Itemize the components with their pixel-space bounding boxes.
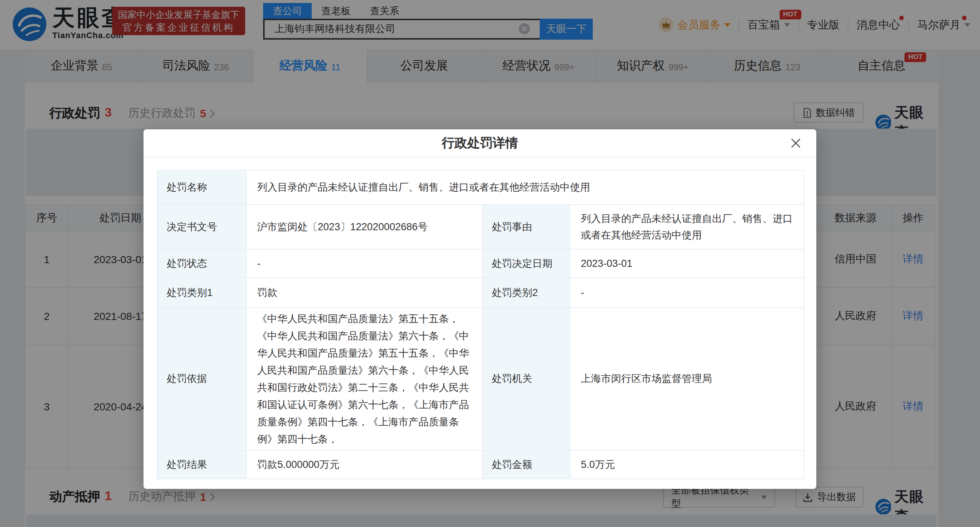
field-label: 处罚状态: [158, 250, 247, 278]
field-value: 《中华人民共和国产品质量法》第五十五条，《中华人民共和国产品质量法》第六十条，《…: [247, 308, 483, 451]
field-label: 处罚决定日期: [483, 250, 570, 278]
field-label: 处罚类别2: [483, 278, 570, 308]
field-value: -: [570, 278, 804, 308]
field-label: 处罚金额: [483, 451, 570, 479]
field-label: 处罚结果: [158, 451, 247, 479]
field-value: 沪市监闵处〔2023〕122020002686号: [247, 205, 483, 250]
field-label: 处罚机关: [483, 308, 570, 451]
field-label: 处罚类别1: [158, 278, 247, 308]
field-value: 列入目录的产品未经认证擅自出厂、销售、进口或者在其他经营活动中使用: [570, 205, 804, 250]
modal-title: 行政处罚详情: [143, 129, 816, 158]
field-value: 罚款5.000000万元: [247, 451, 483, 479]
field-label: 处罚事由: [483, 205, 570, 250]
field-value: 列入目录的产品未经认证擅自出厂、销售、进口或者在其他经营活动中使用: [247, 170, 804, 205]
field-value: 上海市闵行区市场监督管理局: [570, 308, 804, 451]
field-value: 5.0万元: [570, 451, 804, 479]
field-label: 决定书文号: [158, 205, 247, 250]
field-value: 罚款: [247, 278, 483, 308]
field-value: 2023-03-01: [570, 250, 804, 278]
penalty-detail-table: 处罚名称 列入目录的产品未经认证擅自出厂、销售、进口或者在其他经营活动中使用 决…: [157, 170, 804, 479]
penalty-detail-modal: 行政处罚详情 处罚名称 列入目录的产品未经认证擅自出厂、销售、进口或者在其他经营…: [143, 129, 816, 489]
page: 天眼查 TianYanCha.com 国家中小企业发展子基金旗下 官方备案企业征…: [0, 0, 980, 527]
close-icon[interactable]: [790, 137, 801, 149]
field-value: -: [247, 250, 483, 278]
field-label: 处罚名称: [158, 170, 247, 205]
field-label: 处罚依据: [158, 308, 247, 451]
